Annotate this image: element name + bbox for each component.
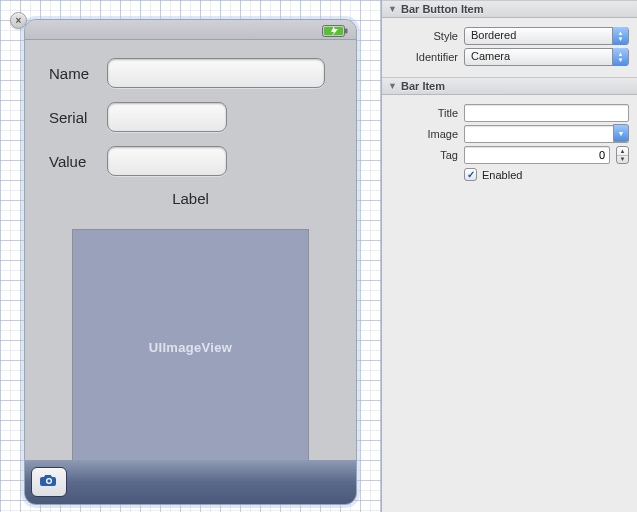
serial-label: Serial (35, 109, 97, 126)
svg-rect-2 (345, 29, 348, 34)
section-body-bar-item: Title Image ▼ Tag ▲ ▼ ✓ Enabled (382, 95, 637, 189)
identifier-select[interactable]: Camera ▲▼ (464, 48, 629, 66)
row-serial: Serial (35, 102, 346, 132)
section-body-bar-button-item: Style Bordered ▲▼ Identifier Camera ▲▼ (382, 18, 637, 77)
battery-icon (322, 23, 348, 41)
tag-input[interactable] (464, 146, 610, 164)
toolbar (25, 460, 356, 504)
value-field[interactable] (107, 146, 227, 176)
stepper-up-icon[interactable]: ▲ (617, 147, 628, 156)
chevron-down-icon[interactable]: ▼ (613, 124, 629, 142)
row-name: Name (35, 58, 346, 88)
placeholder-label[interactable]: Label (35, 190, 346, 207)
section-header-bar-item[interactable]: ▼ Bar Item (382, 77, 637, 95)
style-value: Bordered (471, 29, 516, 41)
device-view[interactable]: Name Serial Value Label UIImageView (24, 19, 357, 505)
image-label: Image (390, 128, 458, 140)
imageview-placeholder-text: UIImageView (149, 340, 232, 355)
image-view[interactable]: UIImageView (72, 229, 309, 466)
chevron-down-icon: ▼ (388, 4, 397, 14)
content-view: Name Serial Value Label UIImageView (25, 40, 356, 460)
name-field[interactable] (107, 58, 325, 88)
camera-bar-button[interactable] (31, 467, 67, 497)
stepper-down-icon[interactable]: ▼ (617, 156, 628, 164)
stepper-arrows-icon: ▲▼ (612, 48, 628, 66)
section-header-bar-button-item[interactable]: ▼ Bar Button Item (382, 0, 637, 18)
tag-stepper[interactable]: ▲ ▼ (616, 146, 629, 164)
svg-point-4 (47, 479, 50, 482)
enabled-checkbox[interactable]: ✓ (464, 168, 477, 181)
style-select[interactable]: Bordered ▲▼ (464, 27, 629, 45)
serial-field[interactable] (107, 102, 227, 132)
identifier-label: Identifier (390, 51, 458, 63)
row-value: Value (35, 146, 346, 176)
inspector-panel: ▼ Bar Button Item Style Bordered ▲▼ Iden… (381, 0, 637, 512)
stepper-arrows-icon: ▲▼ (612, 27, 628, 45)
image-combo[interactable] (464, 125, 629, 143)
camera-icon (40, 473, 58, 491)
title-input[interactable] (464, 104, 629, 122)
enabled-label: Enabled (482, 169, 522, 181)
section-title: Bar Button Item (401, 3, 484, 15)
identifier-value: Camera (471, 50, 510, 62)
chevron-down-icon: ▼ (388, 81, 397, 91)
section-title: Bar Item (401, 80, 445, 92)
tag-label: Tag (390, 149, 458, 161)
value-label: Value (35, 153, 97, 170)
statusbar (25, 20, 356, 40)
style-label: Style (390, 30, 458, 42)
title-label: Title (390, 107, 458, 119)
ib-canvas: × Name Serial Value (0, 0, 381, 512)
name-label: Name (35, 65, 97, 82)
